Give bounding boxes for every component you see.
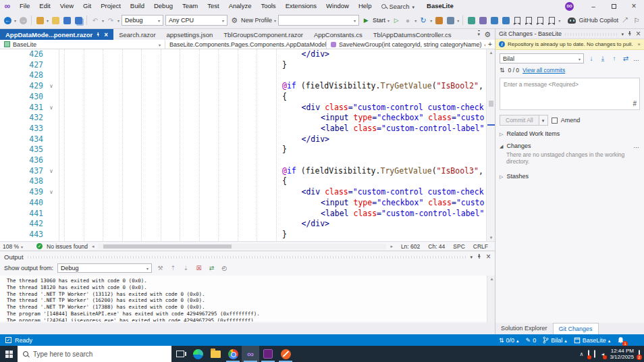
menu-edit[interactable]: Edit xyxy=(34,0,55,12)
previous-message-icon[interactable]: ⇡ xyxy=(169,264,178,273)
scroll-right-arrow[interactable] xyxy=(390,244,393,249)
horizontal-scrollbar[interactable] xyxy=(98,244,386,249)
menu-analyze[interactable]: Analyze xyxy=(224,0,257,12)
orange-app-button[interactable] xyxy=(277,346,294,362)
fetch-icon[interactable] xyxy=(587,55,595,62)
changes-more-actions-icon[interactable] xyxy=(633,143,640,149)
clear-all-icon[interactable]: ☒ xyxy=(194,264,203,273)
step-over-button[interactable] xyxy=(501,16,510,25)
collapse-icon[interactable] xyxy=(500,143,503,149)
current-branch-button[interactable]: Bilal xyxy=(543,336,567,344)
menu-file[interactable]: File xyxy=(15,0,34,12)
profile-dropdown[interactable] xyxy=(274,17,276,24)
save-button[interactable] xyxy=(62,16,72,25)
menu-test[interactable]: Test xyxy=(203,0,223,12)
expand-icon[interactable] xyxy=(500,173,503,180)
solution-configuration-select[interactable]: Debug xyxy=(122,15,163,26)
fold-chevron-icon[interactable] xyxy=(46,81,57,92)
break-all-button[interactable] xyxy=(466,16,476,25)
commit-options-dropdown[interactable] xyxy=(539,115,548,126)
close-panel-icon[interactable] xyxy=(486,252,491,261)
start-debugging-label[interactable]: Start xyxy=(373,17,385,24)
next-bookmark-button[interactable] xyxy=(535,16,545,25)
undo-dropdown[interactable] xyxy=(102,17,104,24)
bookmarks-dropdown[interactable] xyxy=(558,17,560,24)
account-avatar[interactable]: DO xyxy=(565,2,574,11)
file-explorer-button[interactable] xyxy=(207,346,224,362)
toggle-bookmark-button[interactable] xyxy=(512,16,522,25)
github-copilot-button[interactable]: GitHub Copilot xyxy=(568,17,618,24)
notifications-button[interactable]: 1 xyxy=(617,336,625,344)
start-button[interactable] xyxy=(0,346,18,362)
menu-view[interactable]: View xyxy=(55,0,78,12)
document-tab-2[interactable]: appsettings.json xyxy=(161,29,219,40)
start-without-debugging-button[interactable] xyxy=(392,16,401,25)
menu-window[interactable]: Window xyxy=(321,0,354,12)
member-selector[interactable]: SaveNewGroup(int categoryId, string cate… xyxy=(327,40,485,49)
window-position-icon[interactable] xyxy=(470,253,473,260)
tray-expand-icon[interactable] xyxy=(580,351,584,357)
changes-section[interactable]: Changes xyxy=(495,141,644,151)
horizontal-scrollbar-thumb[interactable] xyxy=(103,244,232,249)
startup-item-select[interactable] xyxy=(278,15,359,26)
fold-chevron-icon[interactable] xyxy=(46,103,57,113)
edge-button[interactable] xyxy=(189,346,207,362)
share-icon[interactable] xyxy=(620,16,630,25)
navigate-forward-button[interactable] xyxy=(18,16,28,25)
pull-icon[interactable] xyxy=(599,55,607,63)
menu-extensions[interactable]: Extensions xyxy=(281,0,321,12)
redo-button[interactable]: ↷ xyxy=(106,16,115,25)
git-panel-header[interactable]: Git Changes - BaseLite xyxy=(495,29,644,39)
save-all-button[interactable] xyxy=(74,16,83,25)
maximize-button[interactable] xyxy=(603,0,624,12)
branch-select[interactable]: Bilal xyxy=(500,53,584,63)
taskbar-search-input[interactable]: Type here to search xyxy=(18,346,171,362)
add-work-item-icon[interactable] xyxy=(633,100,637,107)
screen-share-icon[interactable] xyxy=(588,351,589,357)
fold-chevron-icon[interactable] xyxy=(46,187,57,198)
find-message-icon[interactable]: ⚒ xyxy=(156,264,165,273)
split-editor-button[interactable] xyxy=(485,41,495,48)
clear-bookmarks-button[interactable] xyxy=(547,16,556,25)
amend-checkbox[interactable] xyxy=(552,118,558,124)
code-editor[interactable]: 4264274284294304314324334344354364374384… xyxy=(0,49,495,241)
scroll-up-arrow[interactable] xyxy=(487,50,495,55)
purple-app-button[interactable] xyxy=(259,346,277,362)
visual-studio-button[interactable] xyxy=(242,346,259,362)
navigate-backward-dropdown[interactable] xyxy=(14,17,16,24)
close-panel-icon[interactable] xyxy=(636,29,641,38)
next-message-icon[interactable]: ⇣ xyxy=(182,264,190,273)
pin-icon[interactable] xyxy=(477,253,482,261)
document-tab-4[interactable]: AppConstants.cs xyxy=(308,29,368,40)
navigate-backward-button[interactable] xyxy=(3,16,12,25)
sync-icon[interactable] xyxy=(622,55,630,62)
undo-button[interactable]: ↶ xyxy=(90,16,100,25)
pin-icon[interactable] xyxy=(96,31,101,38)
sync-status-button[interactable]: 0/0 xyxy=(499,337,519,344)
volume-muted-icon[interactable] xyxy=(600,351,605,357)
menu-debug[interactable]: Debug xyxy=(149,0,178,12)
menu-team[interactable]: Team xyxy=(178,0,203,12)
hot-reload-button[interactable] xyxy=(434,16,444,25)
task-view-button[interactable] xyxy=(171,346,189,362)
window-position-icon[interactable] xyxy=(621,30,624,37)
show-next-statement-button[interactable] xyxy=(478,16,487,25)
open-file-button[interactable] xyxy=(51,16,60,25)
project-selector[interactable]: BaseLite xyxy=(0,40,165,49)
new-project-dropdown[interactable] xyxy=(47,17,49,24)
push-icon[interactable] xyxy=(610,55,618,62)
device-preview-dropdown[interactable] xyxy=(457,17,459,24)
pending-changes-button[interactable]: 0 xyxy=(526,337,537,344)
display-icon[interactable] xyxy=(594,351,595,357)
output-source-select[interactable]: Debug xyxy=(57,263,152,273)
menu-git[interactable]: Git xyxy=(78,0,96,12)
view-all-commits-link[interactable]: View all commits xyxy=(522,67,565,74)
close-button[interactable] xyxy=(624,0,644,12)
redo-dropdown[interactable] xyxy=(117,17,119,24)
health-indicator-icon[interactable] xyxy=(36,243,43,249)
current-repository-button[interactable]: BaseLite xyxy=(574,337,611,344)
related-work-items-section[interactable]: Related Work Items xyxy=(495,129,644,138)
document-tab-5[interactable]: TblAppDatumsController.cs xyxy=(368,29,457,40)
start-dropdown[interactable] xyxy=(387,17,390,24)
device-preview-button[interactable] xyxy=(446,16,455,25)
